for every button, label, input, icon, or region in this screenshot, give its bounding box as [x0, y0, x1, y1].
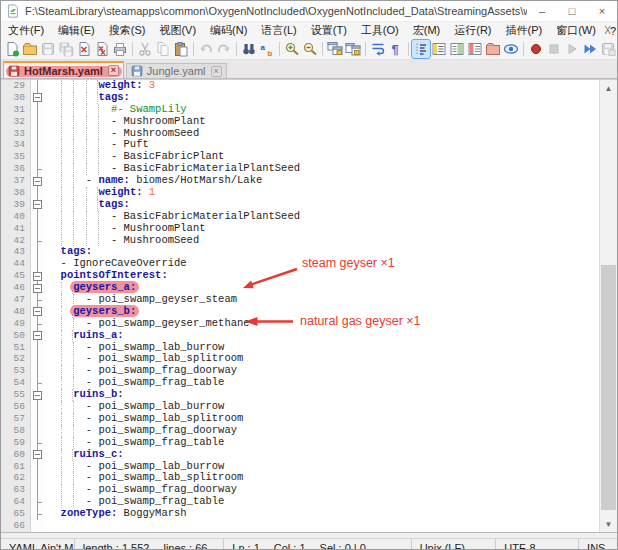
fold-collapse-icon[interactable]: [31, 449, 45, 461]
scrollbar-thumb[interactable]: [601, 265, 616, 510]
code-line[interactable]: 40 - BasicFabricMaterialPlantSeed: [1, 211, 599, 223]
fold-collapse-icon[interactable]: [31, 389, 45, 401]
folder-workspace-icon[interactable]: [484, 40, 502, 58]
fold-margin: [31, 425, 45, 437]
status-eol-format: Unix (LF): [412, 539, 497, 550]
toolbar-separator: [193, 42, 194, 56]
menu-item[interactable]: 插件(P): [499, 22, 550, 39]
code-text[interactable]: zoneType: BoggyMarsh: [45, 508, 187, 520]
close-button[interactable]: ×: [587, 1, 617, 21]
fold-margin: [31, 342, 45, 354]
menu-item[interactable]: 视图(V): [152, 22, 203, 39]
menu-item[interactable]: 搜索(S): [102, 22, 153, 39]
resize-grip[interactable]: ◢: [611, 539, 617, 550]
undo-icon: [197, 40, 215, 58]
code-line[interactable]: 32 - MushroomPlant: [1, 116, 599, 128]
new-file-icon[interactable]: [3, 40, 21, 58]
scroll-down-icon[interactable]: ▼: [600, 516, 617, 532]
sync-scroll-v-icon[interactable]: [326, 40, 344, 58]
fold-collapse-icon[interactable]: [31, 175, 45, 187]
status-doc-type: YAML Ain't Marl: [1, 539, 75, 550]
line-number: 32: [1, 116, 31, 128]
doc-monitor-icon[interactable]: [502, 40, 520, 58]
fold-collapse-icon[interactable]: [31, 199, 45, 211]
line-number: 46: [1, 282, 31, 294]
run-macro-icon[interactable]: [581, 40, 599, 58]
fold-margin: [31, 246, 45, 258]
code-line[interactable]: 30 tags:: [1, 92, 599, 104]
find-icon[interactable]: [240, 40, 258, 58]
menu-close-x-icon[interactable]: X: [604, 22, 611, 39]
window-title: F:\SteamLibrary\steamapps\common\OxygenN…: [25, 5, 527, 17]
vertical-scrollbar[interactable]: ▲ ▼: [599, 80, 617, 532]
code-text[interactable]: [45, 520, 48, 532]
maximize-button[interactable]: □: [557, 1, 587, 21]
doc-list-icon[interactable]: [466, 40, 484, 58]
word-wrap-icon[interactable]: [369, 40, 387, 58]
code-line[interactable]: 65 zoneType: BoggyMarsh: [1, 508, 599, 520]
line-number: 44: [1, 258, 31, 270]
svg-text:¶: ¶: [392, 42, 399, 57]
toolbar-separator: [365, 42, 366, 56]
code-line[interactable]: 31 #- SwampLily: [1, 104, 599, 116]
fold-margin: [31, 401, 45, 413]
function-list-icon[interactable]: [430, 40, 448, 58]
zoom-in-icon[interactable]: [283, 40, 301, 58]
menu-item[interactable]: 工具(O): [354, 22, 406, 39]
tab-hotmarsh-yaml[interactable]: HotMarsh.yaml ×: [3, 61, 124, 78]
tab-close-icon[interactable]: ×: [108, 65, 119, 76]
line-number: 39: [1, 199, 31, 211]
fold-margin: [31, 461, 45, 473]
tab-jungle-yaml[interactable]: Jungle.yaml ×: [126, 63, 227, 78]
code-text[interactable]: - poi_swamp_frag_table: [45, 437, 224, 449]
fold-collapse-icon[interactable]: [31, 282, 45, 294]
show-all-chars-icon[interactable]: ¶: [387, 40, 405, 58]
fold-margin: [31, 139, 45, 151]
code-line[interactable]: 66: [1, 520, 599, 532]
menu-item[interactable]: 宏(M): [406, 22, 448, 39]
fold-collapse-icon[interactable]: [31, 330, 45, 342]
code-line[interactable]: 41 - MushroomPlant: [1, 223, 599, 235]
notepad-plus-plus-window: F:\SteamLibrary\steamapps\common\OxygenN…: [0, 0, 618, 550]
doc-map-icon[interactable]: [448, 40, 466, 58]
menu-item[interactable]: 编码(N): [203, 22, 254, 39]
paste-icon[interactable]: [172, 40, 190, 58]
code-line[interactable]: 39 tags:: [1, 199, 599, 211]
indent-guide-icon[interactable]: [412, 40, 430, 58]
print-icon[interactable]: [111, 40, 129, 58]
line-number: 34: [1, 139, 31, 151]
menu-item[interactable]: 语言(L): [254, 22, 303, 39]
notepad-plus-plus-icon: [6, 4, 20, 18]
fold-margin: [31, 187, 45, 199]
line-number: 31: [1, 104, 31, 116]
minimize-button[interactable]: –: [527, 1, 557, 21]
menu-item[interactable]: 窗口(W): [549, 22, 603, 39]
svg-text:a: a: [261, 43, 266, 52]
fold-margin: [31, 294, 45, 306]
close-file-icon[interactable]: [75, 40, 93, 58]
line-number: 62: [1, 472, 31, 484]
fold-margin: [31, 472, 45, 484]
fold-margin: [31, 116, 45, 128]
cut-icon: [136, 40, 154, 58]
status-bar: YAML Ain't Marl length : 1,552 lines : 6…: [1, 538, 617, 550]
scroll-up-icon[interactable]: ▲: [600, 80, 617, 96]
toolbar-separator: [322, 42, 323, 56]
open-folder-icon[interactable]: [21, 40, 39, 58]
menu-item[interactable]: 设置(T): [304, 22, 354, 39]
line-number: 56: [1, 401, 31, 413]
tab-close-icon[interactable]: ×: [211, 66, 222, 77]
sync-scroll-h-icon[interactable]: [344, 40, 362, 58]
menu-item[interactable]: 编辑(E): [51, 22, 102, 39]
close-all-icon[interactable]: [93, 40, 111, 58]
fold-collapse-icon[interactable]: [31, 306, 45, 318]
zoom-out-icon[interactable]: [301, 40, 319, 58]
fold-collapse-icon[interactable]: [31, 92, 45, 104]
code-lines[interactable]: 29 weight: 330 tags:31 #- SwampLily32 - …: [1, 80, 599, 532]
line-number: 30: [1, 92, 31, 104]
record-macro-icon[interactable]: [527, 40, 545, 58]
menu-item[interactable]: 文件(F): [1, 22, 51, 39]
fold-collapse-icon[interactable]: [31, 270, 45, 282]
menu-item[interactable]: 运行(R): [447, 22, 498, 39]
replace-icon[interactable]: ab: [258, 40, 276, 58]
